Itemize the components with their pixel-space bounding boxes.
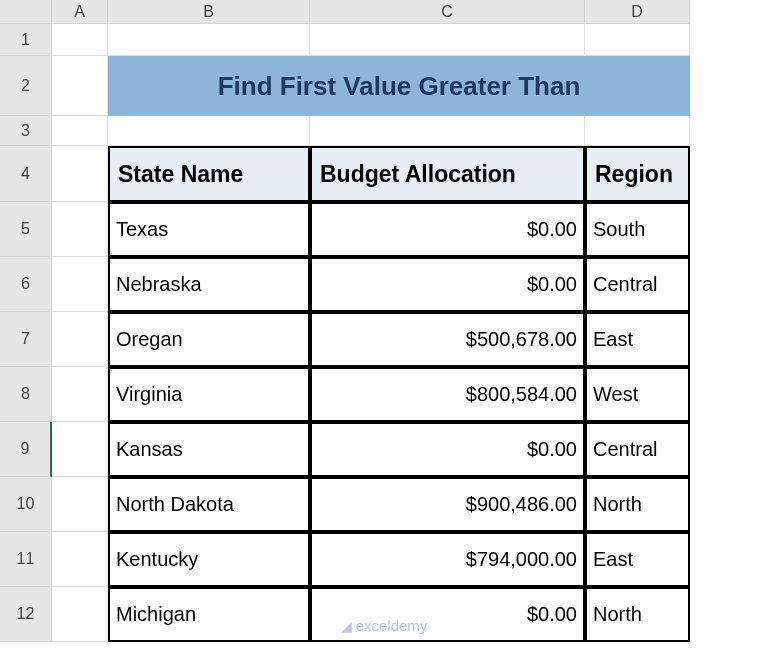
spreadsheet-grid: A B C D 1 2 Find First Value Greater Tha…: [0, 0, 768, 642]
cell-budget-5[interactable]: $900,486.00: [310, 477, 585, 532]
corner-cell[interactable]: [0, 0, 52, 24]
cell-state-2[interactable]: Oregan: [108, 312, 310, 367]
col-header-a[interactable]: A: [52, 0, 108, 24]
row-header-12[interactable]: 12: [0, 587, 52, 642]
cell-a2[interactable]: [52, 56, 108, 116]
cell-state-7[interactable]: Michigan: [108, 587, 310, 642]
cell-a11[interactable]: [52, 532, 108, 587]
cell-region-4[interactable]: Central: [585, 422, 690, 477]
cell-budget-4[interactable]: $0.00: [310, 422, 585, 477]
cell-state-3[interactable]: Virginia: [108, 367, 310, 422]
cell-state-5[interactable]: North Dakota: [108, 477, 310, 532]
cell-a7[interactable]: [52, 312, 108, 367]
row-header-2[interactable]: 2: [0, 56, 52, 116]
cell-state-0[interactable]: Texas: [108, 202, 310, 257]
cell-budget-0[interactable]: $0.00: [310, 202, 585, 257]
col-header-c[interactable]: C: [310, 0, 585, 24]
cell-state-1[interactable]: Nebraska: [108, 257, 310, 312]
cell-region-0[interactable]: South: [585, 202, 690, 257]
cell-b1[interactable]: [108, 24, 310, 56]
cell-budget-2[interactable]: $500,678.00: [310, 312, 585, 367]
row-header-9[interactable]: 9: [0, 422, 52, 477]
row-header-11[interactable]: 11: [0, 532, 52, 587]
cell-a5[interactable]: [52, 202, 108, 257]
cell-a1[interactable]: [52, 24, 108, 56]
cell-region-5[interactable]: North: [585, 477, 690, 532]
row-header-4[interactable]: 4: [0, 146, 52, 202]
cell-d3[interactable]: [585, 116, 690, 146]
cell-a9[interactable]: [52, 422, 108, 477]
cell-budget-1[interactable]: $0.00: [310, 257, 585, 312]
row-header-7[interactable]: 7: [0, 312, 52, 367]
cell-c3[interactable]: [310, 116, 585, 146]
cell-region-1[interactable]: Central: [585, 257, 690, 312]
row-header-3[interactable]: 3: [0, 116, 52, 146]
title-cell[interactable]: Find First Value Greater Than: [108, 56, 690, 116]
cell-d1[interactable]: [585, 24, 690, 56]
cell-b3[interactable]: [108, 116, 310, 146]
col-header-b[interactable]: B: [108, 0, 310, 24]
cell-budget-3[interactable]: $800,584.00: [310, 367, 585, 422]
cell-a12[interactable]: [52, 587, 108, 642]
row-header-10[interactable]: 10: [0, 477, 52, 532]
col-header-d[interactable]: D: [585, 0, 690, 24]
cell-a8[interactable]: [52, 367, 108, 422]
cell-state-4[interactable]: Kansas: [108, 422, 310, 477]
cell-budget-7[interactable]: $0.00: [310, 587, 585, 642]
cell-a3[interactable]: [52, 116, 108, 146]
cell-a10[interactable]: [52, 477, 108, 532]
cell-region-3[interactable]: West: [585, 367, 690, 422]
cell-c1[interactable]: [310, 24, 585, 56]
cell-budget-6[interactable]: $794,000.00: [310, 532, 585, 587]
header-region[interactable]: Region: [585, 146, 690, 202]
row-header-5[interactable]: 5: [0, 202, 52, 257]
header-state[interactable]: State Name: [108, 146, 310, 202]
cell-a6[interactable]: [52, 257, 108, 312]
header-budget[interactable]: Budget Allocation: [310, 146, 585, 202]
cell-region-2[interactable]: East: [585, 312, 690, 367]
cell-region-7[interactable]: North: [585, 587, 690, 642]
row-header-1[interactable]: 1: [0, 24, 52, 56]
row-header-8[interactable]: 8: [0, 367, 52, 422]
cell-region-6[interactable]: East: [585, 532, 690, 587]
cell-a4[interactable]: [52, 146, 108, 202]
cell-state-6[interactable]: Kentucky: [108, 532, 310, 587]
row-header-6[interactable]: 6: [0, 257, 52, 312]
